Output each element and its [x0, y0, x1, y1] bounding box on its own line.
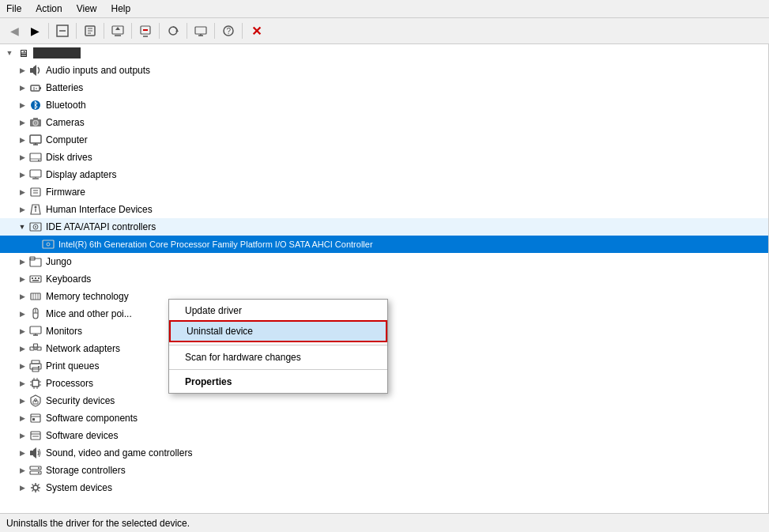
svg-rect-53: [35, 277, 36, 279]
firmware-icon: [28, 185, 43, 199]
ide-icon: [28, 220, 43, 234]
ctx-update-driver[interactable]: Update driver: [169, 301, 387, 320]
tree-item-security[interactable]: ▶ Security devices: [0, 392, 768, 409]
processors-arrow: ▶: [16, 377, 28, 390]
intel-label: Intel(R) 6th Generation Core Processor F…: [58, 240, 373, 249]
ide-label: IDE ATA/ATAPI controllers: [46, 221, 156, 232]
svg-rect-39: [31, 188, 40, 196]
tree-item-bluetooth[interactable]: ▶ ᛒ Bluetooth: [0, 96, 768, 114]
menu-file[interactable]: File: [0, 2, 28, 16]
uninstall-icon: [139, 25, 152, 37]
tree-panel[interactable]: ▼ 🖥 ▶ Audio inputs and outputs ▶ Batteri…: [0, 44, 769, 513]
ctx-scan-changes[interactable]: Scan for hardware changes: [169, 348, 387, 367]
tree-item-software-dev[interactable]: ▶ Software devices: [0, 427, 768, 444]
tree-item-firmware[interactable]: ▶ Firmware: [0, 183, 768, 201]
computer-icon: 🖥: [16, 46, 30, 60]
storage-icon: [28, 463, 43, 477]
ide-arrow: ▼: [16, 221, 28, 233]
svg-rect-92: [32, 436, 39, 437]
ctx-separator: [169, 345, 387, 345]
intel-icon: [41, 237, 55, 251]
hid-label: Human Interface Devices: [46, 204, 153, 215]
svg-rect-14: [195, 27, 206, 34]
menu-help[interactable]: Help: [105, 2, 138, 16]
root-item[interactable]: ▼ 🖥: [0, 44, 768, 62]
cameras-icon: [28, 115, 43, 130]
ctx-uninstall-device[interactable]: Uninstall device: [169, 320, 387, 342]
device-manager-icon: [194, 25, 207, 37]
computer-node-label: Computer: [46, 134, 88, 145]
system-arrow: ▶: [16, 481, 28, 494]
keyboards-arrow: ▶: [16, 273, 28, 285]
svg-rect-29: [33, 118, 38, 120]
status-bar: Uninstalls the driver for the selected d…: [0, 513, 769, 532]
menu-view[interactable]: View: [70, 2, 104, 16]
storage-arrow: ▶: [16, 464, 28, 477]
audio-icon: [28, 63, 43, 77]
show-hide-button[interactable]: [53, 21, 72, 40]
jungo-arrow: ▶: [16, 255, 28, 268]
tree-item-sound[interactable]: ▶ Sound, video and game controllers: [0, 444, 768, 462]
software-comp-arrow: ▶: [16, 412, 28, 424]
tree-item-software-comp[interactable]: ▶ Software components: [0, 409, 768, 427]
computer-label: [33, 47, 81, 58]
software-dev-label: Software devices: [46, 430, 118, 441]
tree-item-display[interactable]: ▶ Display adapters: [0, 166, 768, 183]
help-icon: ?: [222, 25, 235, 37]
software-dev-icon: [28, 428, 43, 443]
device-manager-button[interactable]: [191, 21, 210, 40]
svg-rect-93: [30, 451, 33, 455]
uninstall-button[interactable]: [136, 21, 155, 40]
audio-arrow: ▶: [16, 64, 28, 77]
disk-label: Disk drives: [46, 152, 92, 163]
help-button[interactable]: ?: [219, 21, 238, 40]
svg-point-96: [38, 467, 40, 469]
context-menu: Update driver Uninstall device Scan for …: [168, 299, 388, 394]
tree-item-computer[interactable]: ▶ Computer: [0, 131, 768, 149]
tree-item-storage[interactable]: ▶ Storage controllers: [0, 462, 768, 479]
tree-item-batteries[interactable]: ▶ Batteries: [0, 79, 768, 96]
tree-item-keyboards[interactable]: ▶ Keyboards: [0, 270, 768, 288]
monitors-arrow: ▶: [16, 325, 28, 338]
back-button[interactable]: ◀: [5, 21, 24, 40]
ctx-properties[interactable]: Properties: [169, 372, 387, 391]
tree-item-hid[interactable]: ▶ Human Interface Devices: [0, 201, 768, 218]
close-button[interactable]: ✕: [247, 21, 266, 40]
main-content: ▼ 🖥 ▶ Audio inputs and outputs ▶ Batteri…: [0, 44, 769, 513]
hid-arrow: ▶: [16, 203, 28, 216]
svg-rect-19: [30, 68, 33, 73]
toolbar-sep-4: [131, 23, 132, 39]
svg-marker-7: [115, 27, 120, 30]
tree-item-disk[interactable]: ▶ Disk drives: [0, 149, 768, 166]
properties-button[interactable]: [81, 21, 100, 40]
tree-item-cameras[interactable]: ▶ Cameras: [0, 114, 768, 131]
tree-item-audio[interactable]: ▶ Audio inputs and outputs: [0, 62, 768, 79]
svg-point-35: [38, 160, 40, 161]
sound-icon: [28, 446, 43, 460]
security-arrow: ▶: [16, 394, 28, 407]
keyboards-icon: [28, 272, 43, 286]
toolbar-sep-3: [104, 23, 104, 39]
svg-point-48: [47, 243, 50, 246]
menu-bar: File Action View Help: [0, 0, 769, 18]
security-icon: [28, 394, 43, 408]
display-arrow: ▶: [16, 168, 28, 181]
network-arrow: ▶: [16, 342, 28, 355]
forward-button[interactable]: ▶: [25, 21, 44, 40]
tree-item-intel[interactable]: Intel(R) 6th Generation Core Processor F…: [0, 236, 768, 253]
software-dev-arrow: ▶: [16, 429, 28, 442]
hid-icon: [28, 202, 43, 217]
svg-point-42: [35, 206, 37, 209]
svg-rect-20: [31, 85, 40, 91]
tree-item-ide[interactable]: ▼ IDE ATA/ATAPI controllers: [0, 218, 768, 236]
tree-item-jungo[interactable]: ▶ Jungo: [0, 253, 768, 270]
menu-action[interactable]: Action: [29, 2, 68, 16]
svg-rect-67: [34, 344, 38, 347]
mice-arrow: ▶: [16, 308, 28, 320]
update-driver-button[interactable]: [108, 21, 127, 40]
scan-button[interactable]: [164, 21, 183, 40]
tree-item-system[interactable]: ▶ System devices: [0, 479, 768, 496]
software-comp-icon: [28, 411, 43, 425]
processors-label: Processors: [46, 378, 93, 389]
properties-icon: [84, 25, 96, 37]
